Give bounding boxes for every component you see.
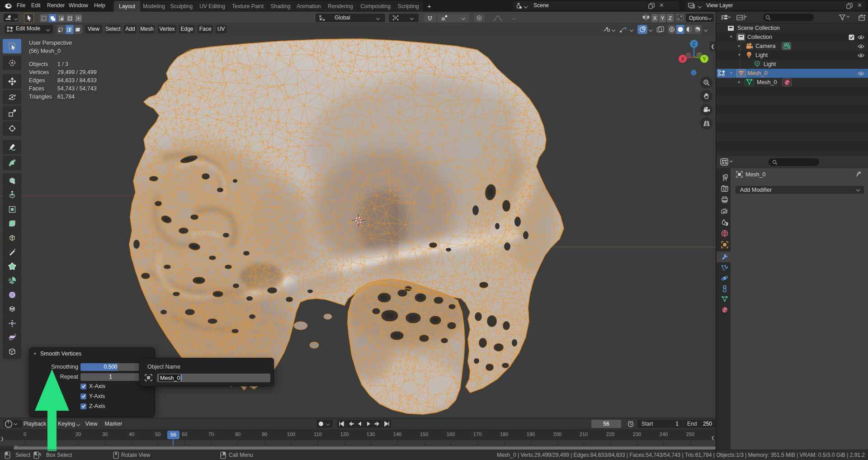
svg-text:Y: Y	[703, 56, 706, 62]
svg-text:X: X	[681, 56, 684, 62]
svg-text:Z: Z	[693, 41, 696, 47]
